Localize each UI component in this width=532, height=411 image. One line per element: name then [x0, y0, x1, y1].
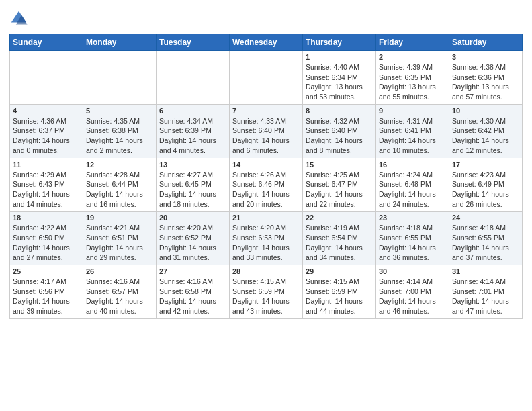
day-info: Sunrise: 4:14 AM Sunset: 7:01 PM Dayligh… — [452, 277, 519, 316]
day-info: Sunrise: 4:29 AM Sunset: 6:43 PM Dayligh… — [13, 170, 80, 210]
weekday-header-row: SundayMondayTuesdayWednesdayThursdayFrid… — [10, 34, 523, 51]
weekday-header-sunday: Sunday — [10, 34, 83, 51]
day-cell: 26Sunrise: 4:16 AM Sunset: 6:57 PM Dayli… — [83, 265, 157, 319]
day-number: 8 — [306, 107, 373, 115]
day-cell — [83, 51, 157, 105]
day-info: Sunrise: 4:16 AM Sunset: 6:57 PM Dayligh… — [86, 277, 153, 316]
day-cell: 28Sunrise: 4:15 AM Sunset: 6:59 PM Dayli… — [230, 265, 303, 319]
header — [9, 7, 523, 28]
weekday-header-friday: Friday — [376, 34, 449, 51]
page: SundayMondayTuesdayWednesdayThursdayFrid… — [0, 0, 532, 328]
day-number: 17 — [452, 161, 519, 169]
day-number: 16 — [379, 161, 446, 169]
weekday-header-saturday: Saturday — [449, 34, 523, 51]
calendar-table: SundayMondayTuesdayWednesdayThursdayFrid… — [9, 34, 523, 319]
day-info: Sunrise: 4:28 AM Sunset: 6:44 PM Dayligh… — [86, 170, 153, 210]
day-number: 4 — [13, 107, 80, 115]
day-cell: 19Sunrise: 4:21 AM Sunset: 6:51 PM Dayli… — [83, 212, 157, 265]
day-cell: 12Sunrise: 4:28 AM Sunset: 6:44 PM Dayli… — [83, 158, 157, 212]
day-info: Sunrise: 4:17 AM Sunset: 6:56 PM Dayligh… — [13, 277, 80, 316]
day-info: Sunrise: 4:25 AM Sunset: 6:47 PM Dayligh… — [306, 170, 373, 210]
day-cell: 3Sunrise: 4:38 AM Sunset: 6:36 PM Daylig… — [449, 51, 523, 105]
day-info: Sunrise: 4:33 AM Sunset: 6:40 PM Dayligh… — [232, 116, 300, 156]
day-info: Sunrise: 4:32 AM Sunset: 6:40 PM Dayligh… — [306, 116, 373, 156]
day-cell: 29Sunrise: 4:15 AM Sunset: 6:59 PM Dayli… — [303, 265, 376, 319]
day-number: 13 — [159, 161, 226, 169]
day-cell: 18Sunrise: 4:22 AM Sunset: 6:50 PM Dayli… — [10, 212, 83, 265]
day-cell: 9Sunrise: 4:31 AM Sunset: 6:41 PM Daylig… — [376, 104, 449, 158]
day-cell: 5Sunrise: 4:35 AM Sunset: 6:38 PM Daylig… — [83, 104, 157, 158]
day-info: Sunrise: 4:31 AM Sunset: 6:41 PM Dayligh… — [379, 116, 446, 156]
week-row-1: 1Sunrise: 4:40 AM Sunset: 6:34 PM Daylig… — [10, 51, 523, 105]
logo-icon — [9, 9, 28, 28]
day-info: Sunrise: 4:15 AM Sunset: 6:59 PM Dayligh… — [306, 277, 373, 316]
day-info: Sunrise: 4:22 AM Sunset: 6:50 PM Dayligh… — [13, 223, 80, 263]
day-cell: 8Sunrise: 4:32 AM Sunset: 6:40 PM Daylig… — [303, 104, 376, 158]
day-info: Sunrise: 4:27 AM Sunset: 6:45 PM Dayligh… — [159, 170, 226, 210]
day-info: Sunrise: 4:16 AM Sunset: 6:58 PM Dayligh… — [159, 277, 226, 316]
day-info: Sunrise: 4:40 AM Sunset: 6:34 PM Dayligh… — [306, 62, 373, 102]
day-info: Sunrise: 4:26 AM Sunset: 6:46 PM Dayligh… — [232, 170, 300, 210]
weekday-header-tuesday: Tuesday — [157, 34, 230, 51]
day-number: 12 — [86, 161, 153, 169]
week-row-4: 18Sunrise: 4:22 AM Sunset: 6:50 PM Dayli… — [10, 212, 523, 265]
day-number: 24 — [452, 214, 519, 222]
day-info: Sunrise: 4:21 AM Sunset: 6:51 PM Dayligh… — [86, 223, 153, 263]
day-cell: 31Sunrise: 4:14 AM Sunset: 7:01 PM Dayli… — [449, 265, 523, 319]
day-cell: 2Sunrise: 4:39 AM Sunset: 6:35 PM Daylig… — [376, 51, 449, 105]
day-info: Sunrise: 4:38 AM Sunset: 6:36 PM Dayligh… — [452, 62, 519, 102]
day-number: 7 — [232, 107, 300, 115]
weekday-header-thursday: Thursday — [303, 34, 376, 51]
day-cell: 1Sunrise: 4:40 AM Sunset: 6:34 PM Daylig… — [303, 51, 376, 105]
day-number: 21 — [232, 214, 300, 222]
day-number: 22 — [306, 214, 373, 222]
day-number: 27 — [159, 267, 226, 275]
day-cell: 20Sunrise: 4:20 AM Sunset: 6:52 PM Dayli… — [157, 212, 230, 265]
day-info: Sunrise: 4:34 AM Sunset: 6:39 PM Dayligh… — [159, 116, 226, 156]
day-number: 10 — [452, 107, 519, 115]
day-number: 9 — [379, 107, 446, 115]
day-cell: 23Sunrise: 4:18 AM Sunset: 6:55 PM Dayli… — [376, 212, 449, 265]
day-cell: 22Sunrise: 4:19 AM Sunset: 6:54 PM Dayli… — [303, 212, 376, 265]
day-number: 3 — [452, 53, 519, 61]
day-number: 6 — [159, 107, 226, 115]
week-row-3: 11Sunrise: 4:29 AM Sunset: 6:43 PM Dayli… — [10, 158, 523, 212]
day-info: Sunrise: 4:24 AM Sunset: 6:48 PM Dayligh… — [379, 170, 446, 210]
day-info: Sunrise: 4:18 AM Sunset: 6:55 PM Dayligh… — [379, 223, 446, 263]
day-info: Sunrise: 4:19 AM Sunset: 6:54 PM Dayligh… — [306, 223, 373, 263]
day-cell: 11Sunrise: 4:29 AM Sunset: 6:43 PM Dayli… — [10, 158, 83, 212]
day-cell: 10Sunrise: 4:30 AM Sunset: 6:42 PM Dayli… — [449, 104, 523, 158]
day-number: 18 — [13, 214, 80, 222]
day-cell: 15Sunrise: 4:25 AM Sunset: 6:47 PM Dayli… — [303, 158, 376, 212]
day-cell: 16Sunrise: 4:24 AM Sunset: 6:48 PM Dayli… — [376, 158, 449, 212]
weekday-header-monday: Monday — [83, 34, 157, 51]
weekday-header-wednesday: Wednesday — [230, 34, 303, 51]
logo — [9, 9, 31, 28]
week-row-5: 25Sunrise: 4:17 AM Sunset: 6:56 PM Dayli… — [10, 265, 523, 319]
day-number: 29 — [306, 267, 373, 275]
day-cell: 7Sunrise: 4:33 AM Sunset: 6:40 PM Daylig… — [230, 104, 303, 158]
day-cell: 30Sunrise: 4:14 AM Sunset: 7:00 PM Dayli… — [376, 265, 449, 319]
day-cell: 21Sunrise: 4:20 AM Sunset: 6:53 PM Dayli… — [230, 212, 303, 265]
day-cell: 4Sunrise: 4:36 AM Sunset: 6:37 PM Daylig… — [10, 104, 83, 158]
day-cell — [10, 51, 83, 105]
day-cell: 13Sunrise: 4:27 AM Sunset: 6:45 PM Dayli… — [157, 158, 230, 212]
day-cell — [157, 51, 230, 105]
day-info: Sunrise: 4:30 AM Sunset: 6:42 PM Dayligh… — [452, 116, 519, 156]
day-number: 2 — [379, 53, 446, 61]
day-number: 14 — [232, 161, 300, 169]
day-cell: 27Sunrise: 4:16 AM Sunset: 6:58 PM Dayli… — [157, 265, 230, 319]
day-cell: 14Sunrise: 4:26 AM Sunset: 6:46 PM Dayli… — [230, 158, 303, 212]
day-number: 5 — [86, 107, 153, 115]
day-number: 28 — [232, 267, 300, 275]
day-number: 15 — [306, 161, 373, 169]
day-info: Sunrise: 4:39 AM Sunset: 6:35 PM Dayligh… — [379, 62, 446, 102]
day-info: Sunrise: 4:14 AM Sunset: 7:00 PM Dayligh… — [379, 277, 446, 316]
day-info: Sunrise: 4:20 AM Sunset: 6:52 PM Dayligh… — [159, 223, 226, 263]
day-cell: 6Sunrise: 4:34 AM Sunset: 6:39 PM Daylig… — [157, 104, 230, 158]
day-cell — [230, 51, 303, 105]
day-number: 20 — [159, 214, 226, 222]
day-info: Sunrise: 4:23 AM Sunset: 6:49 PM Dayligh… — [452, 170, 519, 210]
day-number: 11 — [13, 161, 80, 169]
day-info: Sunrise: 4:18 AM Sunset: 6:55 PM Dayligh… — [452, 223, 519, 263]
